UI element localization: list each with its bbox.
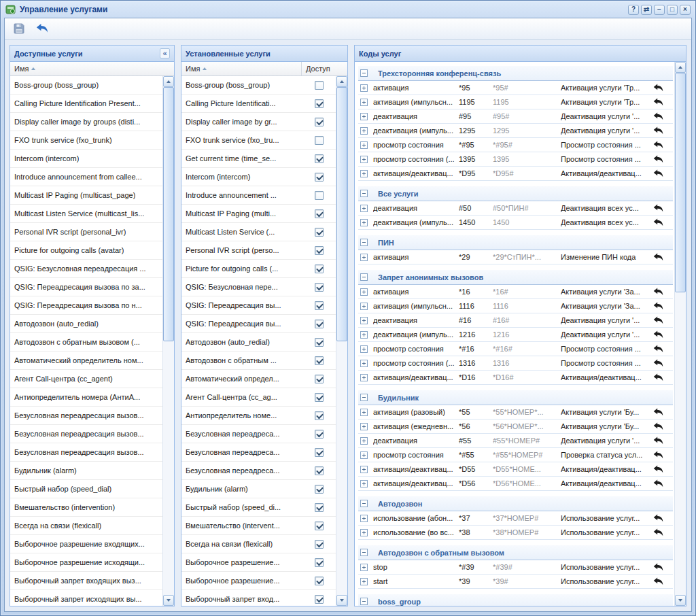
installed-service-item[interactable]: Multicast IP Paging (multi...: [181, 205, 336, 223]
reset-code-icon[interactable]: [645, 302, 671, 310]
code-group-header[interactable]: Все услуги: [358, 186, 673, 201]
code-row[interactable]: просмотр состояния *#95 *#95# Просмотр с…: [358, 138, 673, 152]
installed-service-item[interactable]: Безусловная переадреса...: [181, 425, 336, 443]
reset-code-icon[interactable]: [645, 528, 671, 536]
service-list-item[interactable]: QSIG: Переадресация вызова по н...: [10, 296, 162, 315]
service-access-checkbox[interactable]: [315, 466, 324, 475]
expand-row-icon[interactable]: [360, 564, 368, 571]
reset-code-icon[interactable]: [645, 437, 671, 445]
service-list-item[interactable]: Всегда на связи (flexicall): [10, 517, 162, 535]
reset-code-icon[interactable]: [645, 98, 671, 106]
minimize-button[interactable]: −: [654, 5, 665, 15]
code-group-header[interactable]: Трехсторонняя конференц-связь: [358, 66, 673, 81]
service-access-checkbox[interactable]: [315, 485, 324, 494]
refresh-button[interactable]: ⇄: [641, 5, 652, 15]
help-button[interactable]: ?: [628, 5, 639, 15]
collapse-group-icon[interactable]: [360, 69, 368, 77]
reset-code-icon[interactable]: [645, 330, 671, 339]
scroll-down-button[interactable]: [336, 595, 347, 606]
expand-row-icon[interactable]: [360, 288, 368, 296]
service-access-checkbox[interactable]: [315, 320, 324, 328]
collapse-group-icon[interactable]: [360, 239, 368, 246]
reset-code-icon[interactable]: [645, 155, 671, 163]
code-group-header[interactable]: Будильник: [358, 390, 673, 405]
scrollbar-track[interactable]: [336, 87, 347, 595]
expand-row-icon[interactable]: [360, 529, 368, 536]
code-row[interactable]: использование (абон... *37 *37*НОМЕР# Ис…: [358, 511, 673, 526]
service-access-checkbox[interactable]: [315, 209, 324, 218]
vertical-scrollbar[interactable]: [162, 76, 174, 606]
code-row[interactable]: активация/деактивац... *D56 *D56*НОМЕ...…: [358, 477, 673, 491]
service-access-checkbox[interactable]: [315, 356, 324, 365]
service-list-item[interactable]: Picture for outgoing calls (avatar): [10, 241, 162, 260]
expand-row-icon[interactable]: [360, 515, 368, 522]
installed-service-item[interactable]: Выборочный запрет вход...: [181, 590, 336, 606]
reset-code-icon[interactable]: [645, 563, 671, 571]
service-access-checkbox[interactable]: [315, 81, 324, 90]
service-access-checkbox[interactable]: [315, 393, 324, 402]
code-row[interactable]: деактивация #95 #95# Деактивация услуги …: [358, 109, 673, 124]
service-list-item[interactable]: Автодозвон с обратным вызовом (...: [10, 333, 162, 352]
code-row[interactable]: просмотр состояния *#16 *#16# Просмотр с…: [358, 342, 673, 356]
service-access-checkbox[interactable]: [315, 540, 324, 549]
service-list-item[interactable]: Выборочный запрет исходящих вы...: [10, 590, 162, 606]
scrollbar-track[interactable]: [163, 87, 174, 595]
expand-row-icon[interactable]: [360, 374, 368, 381]
expand-row-icon[interactable]: [360, 170, 368, 177]
service-access-checkbox[interactable]: [315, 191, 324, 200]
scroll-up-button[interactable]: [675, 62, 686, 73]
collapse-group-icon[interactable]: [360, 394, 368, 401]
column-header-name[interactable]: Имя: [10, 62, 174, 75]
service-access-checkbox[interactable]: [315, 448, 324, 457]
scrollbar-track[interactable]: [675, 73, 686, 595]
code-row[interactable]: активация (разовый) *55 *55*НОМЕР*... Ак…: [358, 405, 673, 420]
installed-service-item[interactable]: Выборочное разрешение...: [181, 572, 336, 590]
code-row[interactable]: start *39 *39# Использование услуг...: [358, 575, 673, 589]
code-row[interactable]: активация *29 *29*СтПИН*... Изменение ПИ…: [358, 250, 673, 264]
undo-button[interactable]: [34, 21, 50, 37]
expand-row-icon[interactable]: [360, 480, 368, 487]
service-access-checkbox[interactable]: [315, 154, 324, 163]
installed-service-item[interactable]: Автоматический определ...: [181, 370, 336, 388]
service-access-checkbox[interactable]: [315, 301, 324, 310]
reset-code-icon[interactable]: [645, 465, 671, 473]
reset-code-icon[interactable]: [645, 253, 671, 261]
reset-code-icon[interactable]: [645, 479, 671, 487]
service-list-item[interactable]: Безусловная переадресация вызов...: [10, 443, 162, 462]
code-group-header[interactable]: ПИН: [358, 235, 673, 250]
code-row[interactable]: активация *16 *16# Активация услуги 'За.…: [358, 285, 673, 299]
code-row[interactable]: активация (импульсн... 1195 1195 Активац…: [358, 95, 673, 109]
reset-code-icon[interactable]: [645, 408, 671, 416]
installed-service-item[interactable]: Будильник (alarm): [181, 480, 336, 498]
collapse-group-icon[interactable]: [360, 190, 368, 197]
installed-service-item[interactable]: QSIG: Переадресация вы...: [181, 296, 336, 315]
installed-service-item[interactable]: Introduce announcement ...: [181, 186, 336, 205]
installed-service-item[interactable]: Агент Call-центра (cc_ag...: [181, 388, 336, 407]
service-access-checkbox[interactable]: [315, 264, 324, 273]
service-access-checkbox[interactable]: [315, 558, 324, 567]
service-list-item[interactable]: Boss-group (boss_group): [10, 76, 162, 95]
expand-row-icon[interactable]: [360, 317, 368, 324]
code-row[interactable]: деактивация #55 #55*НОМЕР# Деактивация у…: [358, 434, 673, 448]
collapse-group-icon[interactable]: [360, 500, 368, 507]
code-row[interactable]: деактивация (импуль... 1295 1295 Деактив…: [358, 124, 673, 138]
reset-code-icon[interactable]: [645, 316, 671, 324]
reset-code-icon[interactable]: [645, 84, 671, 92]
expand-row-icon[interactable]: [360, 254, 368, 261]
code-row[interactable]: деактивация #16 #16# Деактивация услуги …: [358, 313, 673, 328]
expand-row-icon[interactable]: [360, 437, 368, 445]
service-access-checkbox[interactable]: [315, 375, 324, 383]
expand-row-icon[interactable]: [360, 127, 368, 135]
installed-service-item[interactable]: Автодозвон (auto_redial): [181, 333, 336, 352]
service-list-item[interactable]: Выборочное разрешение исходящи...: [10, 553, 162, 572]
installed-service-item[interactable]: Picture for outgoing calls (...: [181, 260, 336, 278]
code-row[interactable]: деактивация (импуль... 1450 1450 Деактив…: [358, 216, 673, 230]
scrollbar-thumb[interactable]: [163, 87, 174, 341]
code-row[interactable]: активация/деактивац... *D55 *D55*НОМЕ...…: [358, 462, 673, 477]
service-list-item[interactable]: Выборочное разрешение входящих...: [10, 535, 162, 553]
code-row[interactable]: использование (во вс... *38 *38*НОМЕР# И…: [358, 526, 673, 540]
reset-code-icon[interactable]: [645, 112, 671, 120]
expand-row-icon[interactable]: [360, 99, 368, 106]
service-list-item[interactable]: Introduce announcement from callee...: [10, 168, 162, 186]
service-list-item[interactable]: Автодозвон (auto_redial): [10, 315, 162, 333]
